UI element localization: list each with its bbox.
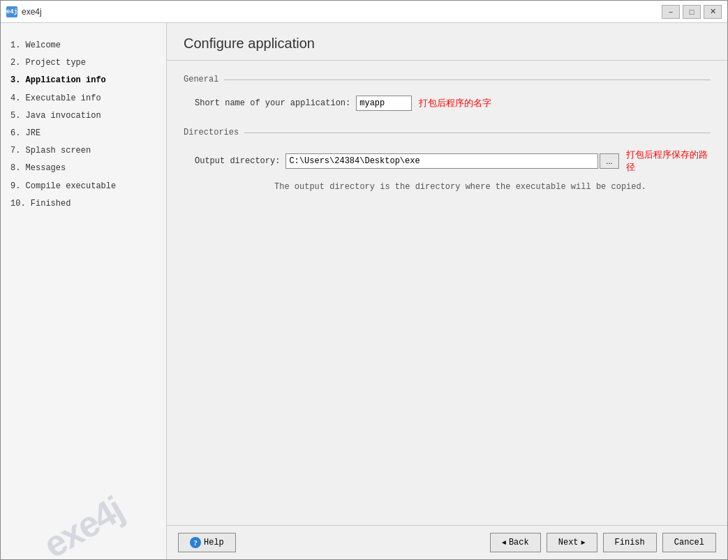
cancel-button[interactable]: Cancel	[662, 533, 716, 552]
app-icon: e4j	[6, 6, 17, 17]
sidebar-item-project-type[interactable]: 2. Project type	[8, 54, 159, 72]
next-button[interactable]: Next	[547, 533, 597, 552]
back-button[interactable]: Back	[490, 533, 541, 552]
sidebar-item-welcome[interactable]: 1. Welcome	[8, 37, 159, 54]
directories-section: Directories Output directory: ... 打包后程序保…	[184, 128, 711, 192]
browse-button[interactable]: ...	[600, 153, 619, 169]
sidebar-item-java-invocation[interactable]: 5. Java invocation	[8, 107, 159, 125]
directories-section-line	[244, 133, 711, 133]
output-dir-row: Output directory: ... 打包后程序保存的路径	[184, 149, 711, 174]
footer: ? Help Back Next Finish Cancel	[167, 525, 727, 559]
sidebar-item-application-info[interactable]: 3. Application info	[8, 72, 159, 89]
main-content: 1. Welcome 2. Project type 3. Applicatio…	[1, 23, 727, 559]
sidebar-item-compile-executable[interactable]: 9. Compile executable	[8, 178, 159, 195]
short-name-label: Short name of your application:	[195, 98, 350, 108]
back-arrow-icon	[502, 538, 506, 547]
maximize-button[interactable]: □	[683, 5, 701, 19]
page-title: Configure application	[184, 36, 711, 52]
next-label: Next	[558, 538, 579, 547]
back-label: Back	[509, 538, 529, 547]
title-bar: e4j exe4j − □ ✕	[1, 1, 727, 23]
nav-list: 1. Welcome 2. Project type 3. Applicatio…	[8, 37, 159, 213]
main-window: e4j exe4j − □ ✕ 1. Welcome 2. Project ty…	[0, 0, 728, 560]
short-name-input[interactable]	[356, 96, 412, 111]
window-title: exe4j	[22, 7, 662, 17]
short-name-row: Short name of your application: 打包后程序的名字	[184, 96, 711, 111]
minimize-button[interactable]: −	[662, 5, 680, 19]
help-button[interactable]: ? Help	[178, 533, 236, 552]
content-area: Configure application General Short name…	[167, 23, 727, 559]
next-arrow-icon	[581, 538, 586, 547]
output-dir-help-text: The output directory is the directory wh…	[184, 182, 711, 192]
sidebar-item-executable-info[interactable]: 4. Executable info	[8, 90, 159, 107]
general-section: General Short name of your application: …	[184, 75, 711, 111]
output-dir-input[interactable]	[285, 153, 598, 169]
finish-button[interactable]: Finish	[603, 533, 657, 552]
short-name-annotation: 打包后程序的名字	[419, 97, 491, 109]
sidebar-item-finished[interactable]: 10. Finished	[8, 195, 159, 213]
window-controls: − □ ✕	[662, 5, 722, 19]
sidebar-item-messages[interactable]: 8. Messages	[8, 160, 159, 177]
sidebar-item-jre[interactable]: 6. JRE	[8, 125, 159, 142]
output-dir-annotation: 打包后程序保存的路径	[626, 149, 711, 174]
help-label: Help	[204, 538, 224, 547]
sidebar-item-splash-screen[interactable]: 7. Splash screen	[8, 142, 159, 160]
directories-section-label: Directories	[184, 128, 239, 137]
watermark: exe4j	[1, 462, 166, 545]
content-body: General Short name of your application: …	[167, 61, 727, 525]
general-section-line	[224, 80, 711, 80]
output-dir-label: Output directory:	[195, 156, 280, 166]
general-section-header: General	[184, 75, 711, 84]
content-header: Configure application	[167, 23, 727, 61]
sidebar: 1. Welcome 2. Project type 3. Applicatio…	[1, 23, 167, 559]
directories-section-header: Directories	[184, 128, 711, 137]
close-button[interactable]: ✕	[704, 5, 722, 19]
help-icon: ?	[190, 537, 201, 548]
general-section-label: General	[184, 75, 218, 84]
